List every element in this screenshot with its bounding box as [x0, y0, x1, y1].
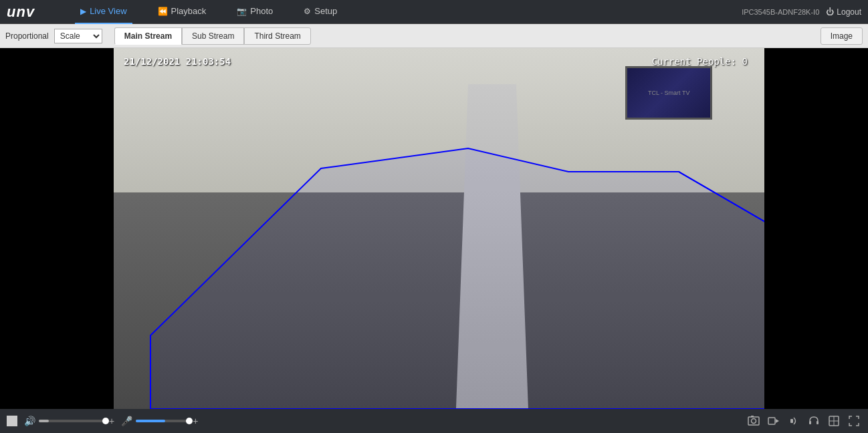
volume-slider[interactable]	[39, 420, 106, 422]
proportional-label: Proportional	[5, 31, 49, 41]
people-count-value: 0	[742, 56, 748, 67]
tab-main-stream[interactable]: Main Stream	[114, 27, 182, 45]
people-count-overlay: Current People: 0	[652, 56, 748, 67]
nav-item-photo[interactable]: 📷 Photo	[231, 0, 278, 24]
tab-third-stream[interactable]: Third Stream	[244, 27, 310, 45]
mic-section: 🎤 +	[121, 416, 198, 426]
mic-slider[interactable]	[136, 420, 189, 422]
svg-rect-6	[809, 421, 811, 424]
live-view-icon: ▶	[80, 7, 86, 16]
black-bar-right	[764, 48, 868, 409]
snapshot-button[interactable]	[746, 414, 761, 428]
partial-fullscreen-icon	[828, 415, 840, 427]
nav-item-live-view[interactable]: ▶ Live View	[75, 0, 132, 24]
partial-fullscreen-button[interactable]	[827, 414, 841, 428]
nav-item-playback[interactable]: ⏪ Playback	[152, 0, 212, 24]
stop-button[interactable]	[7, 416, 17, 426]
mic-thumb[interactable]	[186, 418, 193, 424]
headset-button[interactable]	[806, 414, 821, 428]
image-button[interactable]: Image	[821, 27, 863, 45]
nav-label-photo: Photo	[250, 6, 273, 16]
nav-label-setup: Setup	[314, 6, 337, 16]
svg-rect-2	[751, 416, 754, 417]
svg-rect-7	[817, 421, 819, 424]
video-timestamp: 21/12/2021 21:03:54	[124, 56, 231, 67]
headset-icon	[808, 415, 820, 427]
svg-rect-3	[768, 418, 775, 424]
nav-right-section: IPC3545B-ADNF28K-I0 ⏻ Logout	[742, 7, 861, 17]
playback-icon: ⏪	[158, 7, 168, 16]
tv-unit: TCL - Smart TV	[625, 66, 712, 120]
bottom-controls-bar: 🔊 + 🎤 +	[0, 409, 868, 433]
mic-icon[interactable]: 🎤	[121, 416, 132, 426]
svg-marker-4	[776, 419, 779, 423]
svg-rect-5	[790, 419, 793, 423]
device-id: IPC3545B-ADNF28K-I0	[742, 8, 819, 16]
logout-button[interactable]: ⏻ Logout	[826, 7, 861, 17]
people-count-label: Current People:	[652, 56, 736, 67]
nav-label-playback: Playback	[171, 6, 207, 16]
volume-icon[interactable]: 🔊	[24, 416, 35, 426]
setup-icon: ⚙	[304, 7, 311, 16]
photo-icon: 📷	[237, 7, 247, 16]
stream-tabs: Main Stream Sub Stream Third Stream	[114, 27, 311, 45]
fullscreen-icon	[848, 415, 860, 427]
app-logo: unv	[7, 3, 35, 21]
tv-screen: TCL - Smart TV	[627, 68, 710, 118]
stream-toolbar: Proportional Scale Full Original Main St…	[0, 24, 868, 48]
fullscreen-button[interactable]	[847, 414, 861, 428]
audio-out-icon	[788, 415, 800, 427]
volume-section: 🔊 +	[24, 416, 114, 426]
nav-item-setup[interactable]: ⚙ Setup	[298, 0, 342, 24]
volume-fill	[39, 420, 49, 422]
camera-feed: TCL - Smart TV	[114, 48, 764, 409]
scale-select[interactable]: Scale Full Original	[54, 29, 102, 43]
volume-thumb[interactable]	[102, 418, 109, 424]
nav-label-live-view: Live View	[90, 6, 126, 16]
logout-icon: ⏻	[826, 7, 834, 17]
volume-plus-icon[interactable]: +	[109, 416, 114, 426]
mic-plus-icon[interactable]: +	[193, 416, 198, 426]
tab-sub-stream[interactable]: Sub Stream	[182, 27, 244, 45]
audio-out-button[interactable]	[786, 414, 801, 428]
record-button[interactable]	[766, 414, 781, 428]
nav-menu: ▶ Live View ⏪ Playback 📷 Photo ⚙ Setup	[75, 0, 742, 24]
top-navigation: unv ▶ Live View ⏪ Playback 📷 Photo ⚙ Set…	[0, 0, 868, 24]
video-container: TCL - Smart TV 21/12/2021 21:03:54 Curre…	[0, 48, 868, 409]
room-scene: TCL - Smart TV	[114, 48, 764, 409]
black-bar-left	[0, 48, 114, 409]
logout-label: Logout	[837, 7, 861, 17]
svg-point-1	[752, 419, 756, 424]
snapshot-icon	[748, 415, 760, 427]
room-floor	[114, 192, 764, 409]
record-icon	[768, 415, 780, 427]
bottom-right-buttons	[746, 414, 861, 428]
mic-fill	[136, 420, 165, 422]
